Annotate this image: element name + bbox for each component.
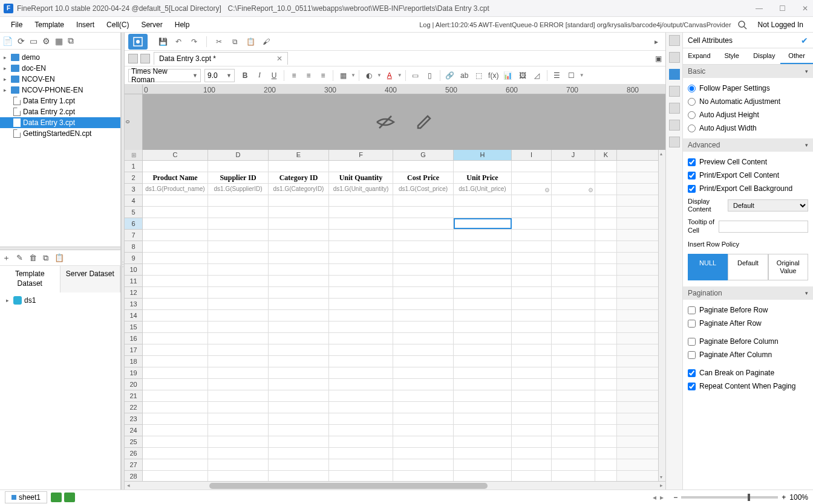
grid-cell[interactable]	[208, 230, 269, 241]
login-status[interactable]: Not Logged In	[753, 21, 808, 29]
grid-cell[interactable]	[393, 425, 454, 436]
insert-row-original[interactable]: Original Value	[768, 254, 808, 280]
paste-icon[interactable]: 📋	[245, 36, 256, 47]
grid-cell[interactable]: ds1.G(SupplierID)	[208, 184, 269, 195]
tab-other[interactable]: Other	[780, 48, 813, 64]
grid-cell[interactable]	[595, 241, 617, 252]
column-header[interactable]: F	[329, 150, 393, 160]
grid-cell[interactable]	[595, 321, 617, 332]
grid-cell[interactable]	[208, 321, 269, 332]
grid-cell[interactable]	[552, 264, 595, 275]
horizontal-scrollbar[interactable]: ◂ ▸	[125, 481, 665, 489]
grid-cell[interactable]	[143, 310, 208, 321]
row-header[interactable]: 21	[125, 390, 142, 402]
grid-cell[interactable]	[208, 195, 269, 206]
grid-cell[interactable]	[512, 241, 552, 252]
radio-no-adjust[interactable]: No Automatic Adjustment	[688, 95, 808, 108]
grid-cell[interactable]: ds1.G(Unit_price)	[454, 184, 512, 195]
row-header[interactable]: 25	[125, 436, 142, 448]
grid-cell[interactable]	[269, 299, 329, 309]
copy-icon[interactable]: ⧉	[68, 36, 74, 46]
check-can-break[interactable]: Can Break on Paginate	[688, 366, 808, 380]
grid-cell[interactable]	[512, 425, 552, 436]
grid-cell[interactable]	[269, 459, 329, 470]
row-header[interactable]: 15	[125, 321, 142, 333]
grid-cell[interactable]	[208, 287, 269, 298]
insert-row-null[interactable]: NULL	[688, 254, 728, 280]
grid-cell[interactable]	[143, 448, 208, 459]
grid-cell[interactable]: Cost Price	[393, 172, 454, 183]
maximize-button[interactable]: ☐	[778, 4, 786, 13]
tree-folder[interactable]: ▸NCOV-EN	[0, 74, 120, 85]
grid-cell[interactable]	[329, 161, 393, 172]
grid-cell[interactable]	[208, 218, 269, 229]
grid-cell[interactable]	[454, 253, 512, 263]
grid-cell[interactable]	[454, 241, 512, 252]
grid-cell[interactable]	[329, 195, 393, 206]
font-size-select[interactable]: 9.0▼	[204, 69, 235, 82]
grid-cell[interactable]: Unit Quantity	[329, 172, 393, 183]
grid-cell[interactable]	[552, 172, 595, 183]
grid-cell[interactable]: ds1.G(Unit_quantity)	[329, 184, 393, 195]
grid-cell[interactable]	[512, 367, 552, 378]
grid-cell[interactable]	[393, 459, 454, 470]
grid-cell[interactable]	[393, 436, 454, 447]
grid-cell[interactable]	[454, 436, 512, 447]
align-left-button[interactable]: ≡	[287, 69, 301, 82]
grid-cell[interactable]	[329, 356, 393, 367]
zoom-out[interactable]: −	[673, 493, 678, 502]
grid-cell[interactable]	[143, 264, 208, 275]
column-header[interactable]: D	[208, 150, 269, 160]
row-header[interactable]: 22	[125, 402, 142, 413]
undo-icon[interactable]: ↶	[173, 36, 184, 47]
sheet-tab[interactable]: sheet1	[5, 491, 47, 503]
check-repeat-content[interactable]: Repeat Content When Paging	[688, 380, 808, 393]
zoom-in[interactable]: +	[782, 493, 786, 502]
list-button[interactable]: ☰	[550, 69, 564, 82]
grid-cell[interactable]	[393, 356, 454, 367]
grid-cell[interactable]	[393, 471, 454, 481]
grid-cell[interactable]: ds1.G(Product_name)	[143, 184, 208, 195]
grid-cell[interactable]	[208, 253, 269, 263]
grid-cell[interactable]	[329, 390, 393, 401]
delete-icon[interactable]: 🗑	[29, 253, 37, 262]
grid-cell[interactable]	[552, 459, 595, 470]
grid-cell[interactable]	[143, 253, 208, 263]
grid-cell[interactable]	[595, 413, 617, 424]
grid-cell[interactable]	[552, 241, 595, 252]
grid-cell[interactable]	[454, 448, 512, 459]
redo-icon[interactable]: ↷	[189, 36, 200, 47]
grid-cell[interactable]	[393, 448, 454, 459]
border-button[interactable]: ▦	[336, 69, 350, 82]
grid-cell[interactable]	[595, 218, 617, 229]
grid-cell[interactable]	[595, 459, 617, 470]
grid-cell[interactable]	[454, 344, 512, 355]
grid-cell[interactable]	[143, 367, 208, 378]
grid-cell[interactable]	[552, 448, 595, 459]
grid-cell[interactable]	[552, 207, 595, 218]
grid-cell[interactable]	[595, 172, 617, 183]
paste-ds-icon[interactable]: 📋	[54, 253, 64, 262]
grid-cell[interactable]	[269, 321, 329, 332]
grid-cell[interactable]	[393, 230, 454, 241]
grid-cell[interactable]	[595, 402, 617, 413]
section-basic[interactable]: Basic▾	[683, 65, 813, 78]
grid-cell[interactable]: Unit Price	[454, 172, 512, 183]
grid-cell[interactable]	[595, 253, 617, 263]
row-header[interactable]: 20	[125, 379, 142, 390]
grid-cell[interactable]	[512, 390, 552, 401]
align-right-button[interactable]: ≡	[316, 69, 330, 82]
grid-cell[interactable]	[143, 436, 208, 447]
grid-cell[interactable]	[552, 356, 595, 367]
underline-button[interactable]: U	[267, 69, 281, 82]
grid-cell[interactable]	[143, 276, 208, 286]
display-content-select[interactable]: Default	[728, 199, 808, 212]
tree-file[interactable]: Data Entry 3.cpt	[0, 117, 120, 128]
grid-cell[interactable]	[552, 471, 595, 481]
check-print-bg[interactable]: Print/Export Cell Background	[688, 182, 808, 195]
tree-folder[interactable]: ▸NCOV-PHONE-EN	[0, 85, 120, 95]
image-button[interactable]: 🖼	[516, 69, 529, 82]
strip-present-icon[interactable]	[669, 120, 680, 131]
edit-pencil-icon[interactable]	[414, 112, 434, 132]
row-header[interactable]: 10	[125, 264, 142, 276]
